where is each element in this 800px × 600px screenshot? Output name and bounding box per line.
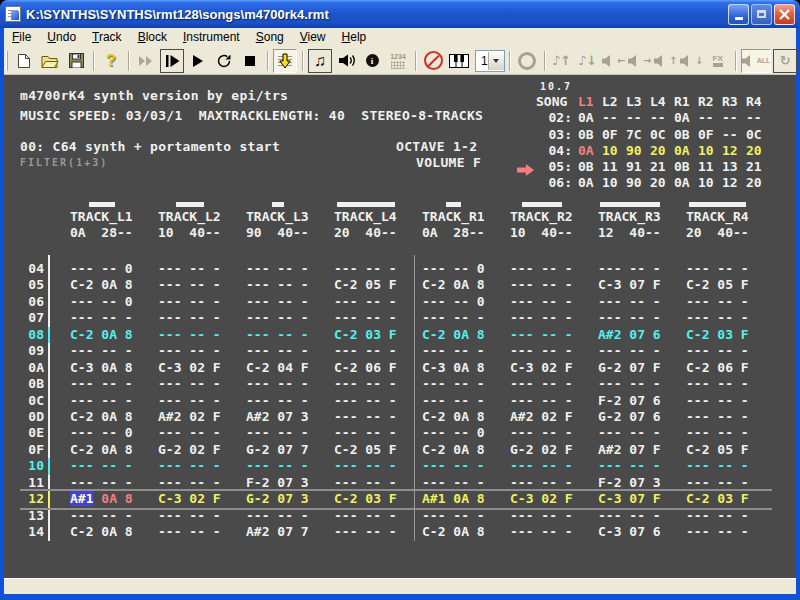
maximize-button[interactable] xyxy=(751,4,772,25)
song-cell[interactable]: 20 xyxy=(650,175,674,191)
pattern-cell[interactable]: C-2 0A 8 xyxy=(400,442,488,458)
pattern-cell[interactable]: A#1 0A 8 xyxy=(400,491,488,507)
song-cell[interactable]: 10 xyxy=(602,143,626,159)
pattern-cell[interactable]: --- -- - xyxy=(136,393,224,409)
note-up-icon[interactable]: ♪↑ xyxy=(550,49,574,73)
toolbar-grip[interactable] xyxy=(6,51,8,71)
pattern-cell[interactable]: C-2 0A 8 xyxy=(48,277,136,293)
pattern-cell[interactable]: C-2 0A 8 xyxy=(400,524,488,540)
instrument-name-line[interactable]: 00: C64 synth + portamento start xyxy=(20,139,280,154)
pattern-cell[interactable]: --- -- - xyxy=(136,343,224,359)
pattern-cell[interactable]: --- -- - xyxy=(312,376,400,392)
volume-up-icon[interactable]: ↑ xyxy=(654,49,678,73)
pattern-cell[interactable]: --- -- - xyxy=(400,458,488,474)
pattern-row[interactable]: 0B--- -- ---- -- ---- -- ---- -- ---- --… xyxy=(20,376,772,392)
song-cell[interactable]: 0F xyxy=(602,127,626,143)
pattern-row[interactable]: 07--- -- ---- -- ---- -- ---- -- ---- --… xyxy=(20,310,772,326)
piano-button[interactable] xyxy=(447,49,471,73)
pattern-cell[interactable]: --- -- 0 xyxy=(48,261,136,277)
song-cell[interactable]: 90 xyxy=(626,175,650,191)
pattern-cell[interactable]: --- -- - xyxy=(312,409,400,425)
pattern-cell[interactable]: --- -- - xyxy=(48,376,136,392)
pattern-row[interactable]: 0AC-3 0A 8C-3 02 FC-2 04 FC-2 06 FC-3 0A… xyxy=(20,360,772,376)
pattern-cell[interactable]: --- -- - xyxy=(312,425,400,441)
pattern-row[interactable]: 0DC-2 0A 8A#2 02 FA#2 07 3--- -- -C-2 0A… xyxy=(20,409,772,425)
pattern-cell[interactable]: --- -- - xyxy=(664,508,752,524)
pattern-cell[interactable]: --- -- - xyxy=(488,458,576,474)
pattern-cell[interactable]: --- -- - xyxy=(312,294,400,310)
pattern-cell[interactable]: --- -- - xyxy=(136,327,224,343)
sound-output-button[interactable] xyxy=(334,49,358,73)
pattern-row[interactable]: 06--- -- 0--- -- ---- -- ---- -- ---- --… xyxy=(20,294,772,310)
octave-select[interactable]: 1 xyxy=(475,50,505,72)
pattern-cell[interactable]: --- -- - xyxy=(136,294,224,310)
menu-item-help[interactable]: Help xyxy=(334,29,375,46)
pattern-cell[interactable]: --- -- - xyxy=(400,376,488,392)
pattern-cell[interactable]: --- -- 0 xyxy=(400,261,488,277)
song-cell[interactable]: -- xyxy=(626,110,650,126)
menu-item-view[interactable]: View xyxy=(292,29,334,46)
song-cell[interactable]: 21 xyxy=(746,159,770,175)
pattern-cell[interactable]: C-3 07 F xyxy=(576,491,664,507)
pattern-cell[interactable]: --- -- - xyxy=(664,261,752,277)
pattern-cell[interactable]: C-3 02 F xyxy=(136,360,224,376)
pattern-cell[interactable]: G-2 07 6 xyxy=(576,409,664,425)
open-file-button[interactable] xyxy=(38,49,62,73)
song-cell[interactable]: 20 xyxy=(746,143,770,159)
pattern-cell[interactable]: G-2 02 F xyxy=(136,442,224,458)
song-row[interactable]: 05:0B1191210B111321 xyxy=(536,159,770,175)
track-view-button[interactable]: ♫ xyxy=(308,49,332,73)
song-row[interactable]: 03:0B0F7C0C0B0F--0C xyxy=(536,127,770,143)
pattern-cell[interactable]: --- -- - xyxy=(664,524,752,540)
pattern-cell[interactable]: --- -- - xyxy=(224,294,312,310)
pattern-cell[interactable]: F-2 07 6 xyxy=(576,393,664,409)
pattern-cell[interactable]: --- -- - xyxy=(312,261,400,277)
pattern-cell[interactable]: C-2 05 F xyxy=(312,277,400,293)
song-cell[interactable]: 21 xyxy=(650,159,674,175)
song-cell[interactable]: -- xyxy=(746,110,770,126)
song-row[interactable]: 02:0A------0A------ xyxy=(536,110,770,126)
pattern-cell[interactable]: A#2 07 7 xyxy=(224,524,312,540)
pattern-cell[interactable]: A#2 02 F xyxy=(136,409,224,425)
pattern-cell[interactable]: --- -- - xyxy=(312,343,400,359)
record-ring-icon[interactable] xyxy=(515,49,539,73)
pattern-cell[interactable]: --- -- - xyxy=(664,343,752,359)
menu-item-instrument[interactable]: Instrument xyxy=(175,29,248,46)
pattern-cell[interactable]: --- -- - xyxy=(576,310,664,326)
pattern-cell[interactable]: --- -- - xyxy=(400,310,488,326)
track-name[interactable]: TRACK_R4 xyxy=(686,209,774,224)
song-cell[interactable]: 10 xyxy=(602,175,626,191)
song-row[interactable]: 04:0A1090200A101220 xyxy=(536,143,770,159)
pattern-cell[interactable]: --- -- - xyxy=(400,393,488,409)
menu-item-file[interactable]: File xyxy=(4,29,39,46)
pattern-cell[interactable]: --- -- - xyxy=(488,327,576,343)
volume-down-icon[interactable]: ↓ xyxy=(680,49,704,73)
song-cell[interactable]: 0B xyxy=(578,127,602,143)
pattern-cell[interactable]: --- -- - xyxy=(488,393,576,409)
minimize-button[interactable] xyxy=(728,4,749,25)
pattern-cell[interactable]: --- -- - xyxy=(224,261,312,277)
track-name[interactable]: TRACK_L2 xyxy=(158,209,246,224)
pattern-cell[interactable]: --- -- - xyxy=(664,294,752,310)
pattern-row[interactable]: 0E--- -- 0--- -- ---- -- ---- -- ---- --… xyxy=(20,425,772,441)
pattern-cell[interactable]: --- -- - xyxy=(400,343,488,359)
titlebar[interactable]: K:\SYNTHS\SYNTHS\rmt128\songs\m4700rk4.r… xyxy=(0,0,800,28)
pattern-cell[interactable]: --- -- - xyxy=(312,310,400,326)
pattern-cell[interactable]: --- -- - xyxy=(224,393,312,409)
menu-item-track[interactable]: Track xyxy=(84,29,130,46)
pattern-cell[interactable]: C-3 0A 8 xyxy=(400,360,488,376)
pattern-row[interactable]: 04--- -- 0--- -- ---- -- ---- -- ---- --… xyxy=(20,261,772,277)
track-name[interactable]: TRACK_R1 xyxy=(422,209,510,224)
song-cell[interactable]: 90 xyxy=(626,143,650,159)
speaker-all-icon[interactable]: ALL xyxy=(741,49,772,73)
pattern-cell[interactable]: C-2 04 F xyxy=(224,360,312,376)
pattern-cell[interactable]: F-2 07 3 xyxy=(224,475,312,491)
pattern-cell[interactable]: --- -- - xyxy=(136,376,224,392)
line-numbers-button[interactable]: 1234 xyxy=(386,49,410,73)
play-button[interactable] xyxy=(186,49,210,73)
song-cell[interactable]: 0A xyxy=(578,175,602,191)
pattern-cell[interactable]: --- -- - xyxy=(224,310,312,326)
song-cell[interactable]: 0A xyxy=(674,143,698,159)
pattern-cell[interactable]: --- -- - xyxy=(488,508,576,524)
pattern-row[interactable]: 08C-2 0A 8--- -- ---- -- -C-2 03 FC-2 0A… xyxy=(20,327,772,343)
